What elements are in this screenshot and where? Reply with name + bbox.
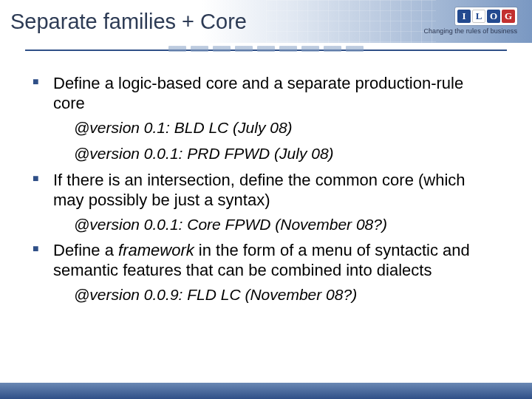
bullet-text-pre: Define a (53, 241, 118, 259)
header-grid-decoration (266, 0, 436, 43)
bullet-text: If there is an intersection, define the … (53, 171, 466, 209)
bullet-text-em: framework (118, 241, 194, 259)
slide-footer-bar (0, 383, 532, 399)
slide-body: Define a logic-based core and a separate… (33, 74, 499, 311)
slide-title: Separate families + Core (10, 10, 247, 34)
bullet-item: Define a logic-based core and a separate… (33, 74, 499, 114)
bullet-item: If there is an intersection, define the … (33, 171, 499, 211)
logo-letter: O (487, 10, 500, 23)
bullet-text: Define a logic-based core and a separate… (53, 74, 463, 112)
logo-letter: I (457, 10, 471, 23)
slide: Separate families + Core I L O G Changin… (0, 0, 532, 399)
brand-logo: I L O G Changing the rules of business (423, 7, 517, 35)
logo-tagline: Changing the rules of business (423, 27, 517, 35)
version-line: @version 0.0.1: Core FPWD (November 08?) (33, 215, 499, 234)
bullet-item: Define a framework in the form of a menu… (33, 241, 499, 281)
logo-letter: L (472, 10, 485, 23)
version-line: @version 0.1: BLD LC (July 08) (33, 118, 499, 137)
version-line: @version 0.0.1: PRD FPWD (July 08) (33, 144, 499, 163)
header-notches (0, 43, 532, 56)
version-line: @version 0.0.9: FLD LC (November 08?) (33, 285, 499, 304)
logo-box: I L O G (455, 7, 517, 25)
logo-letter: G (502, 10, 515, 23)
